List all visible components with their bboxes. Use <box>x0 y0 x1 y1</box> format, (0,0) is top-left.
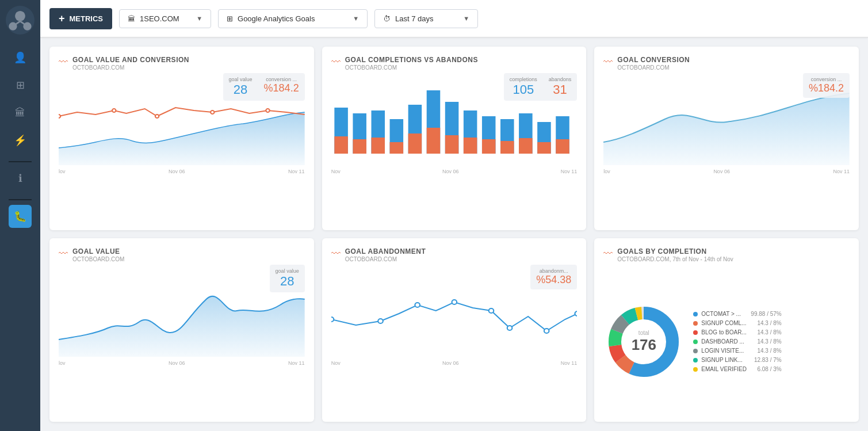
sidebar-item-bug[interactable]: 🐛 <box>9 205 32 228</box>
card-header: 〰 GOAL VALUE OCTOBOARD.COM <box>59 247 305 262</box>
stat-value-1: 28 <box>229 82 253 97</box>
legend-item-1: OCTOMAT > ... 99.88 / 57% <box>693 311 781 317</box>
svg-rect-21 <box>426 128 440 154</box>
legend-item-6: SIGNUP LINK... 12.83 / 7% <box>693 357 781 363</box>
sidebar-item-bolt[interactable]: ⚡ <box>9 129 32 152</box>
total-label: total <box>632 330 656 336</box>
sidebar: 👤 ⊞ 🏛 ⚡ ℹ 🐛 <box>0 0 40 431</box>
sidebar-item-bank[interactable]: 🏛 <box>9 101 32 124</box>
card-header: 〰 GOALS BY COMPLETION OCTOBOARD.COM, 7th… <box>603 247 850 262</box>
card-subtitle: OCTOBOARD.COM <box>345 256 426 262</box>
chart-icon: 〰 <box>59 57 68 67</box>
site-selector[interactable]: 🏛 1SEO.COM ▼ <box>119 9 211 28</box>
legend-item-5: LOGIN VISITE... 14.3 / 8% <box>693 348 781 354</box>
x-label-2: Nov 06 <box>713 169 730 174</box>
card-goal-abandonment: 〰 GOAL ABANDONMENT OCTOBOARD.COM abandon… <box>322 238 587 422</box>
card-body: abandonm... %54.38 Nov N <box>331 265 578 413</box>
chart-icon: 〰 <box>331 57 341 67</box>
x-label-2: Nov 06 <box>442 360 459 366</box>
stats-badge: goal value 28 conversion ... %184.2 <box>223 73 305 101</box>
chevron-down-icon-3: ▼ <box>463 15 469 22</box>
card-title: GOAL VALUE AND CONVERSION <box>72 56 189 64</box>
legend-item-7: EMAIL VERIFIED 6.08 / 3% <box>693 366 781 372</box>
card-subtitle: OCTOBOARD.COM, 7th of Nov - 14th of Nov <box>617 256 733 262</box>
stat-value-1: 105 <box>510 82 537 97</box>
total-value: 176 <box>632 336 656 354</box>
sidebar-divider-2 <box>9 199 32 200</box>
time-label: Last 7 days <box>395 14 434 23</box>
logo <box>6 6 35 35</box>
legend-val-5: 14.3 / 8% <box>757 348 781 354</box>
svg-point-0 <box>15 11 25 21</box>
card-header: 〰 GOAL VALUE AND CONVERSION OCTOBOARD.CO… <box>59 56 305 71</box>
time-selector[interactable]: ⏱ Last 7 days ▼ <box>374 9 478 28</box>
stat-label-2: conversion ... <box>264 77 299 82</box>
svg-rect-13 <box>353 139 366 154</box>
chart-icon: 〰 <box>603 249 613 259</box>
stat-label-1: goal value <box>276 268 299 274</box>
stat-value-2: %184.2 <box>264 82 299 94</box>
sidebar-item-info[interactable]: ℹ <box>9 167 32 190</box>
donut-section: total 176 OCTOMAT > ... 99.88 / 57% SIGN… <box>603 270 850 413</box>
legend-val-4: 14.3 / 8% <box>757 338 781 345</box>
svg-point-7 <box>155 115 159 118</box>
svg-rect-25 <box>464 138 477 154</box>
x-label-1: lov <box>59 360 66 366</box>
x-axis: Nov Nov 06 Nov 11 <box>331 359 578 367</box>
svg-point-39 <box>452 300 457 304</box>
x-label-3: Nov 11 <box>288 169 305 174</box>
x-axis: lov Nov 06 Nov 11 <box>59 167 305 176</box>
plus-icon: + <box>59 13 65 25</box>
report-selector[interactable]: ⊞ Google Analytics Goals ▼ <box>218 9 368 28</box>
x-axis: lov Nov 06 Nov 11 <box>59 359 305 367</box>
add-metrics-button[interactable]: + METRICS <box>49 8 112 29</box>
bank-icon: 🏛 <box>128 14 135 23</box>
topbar: + METRICS 🏛 1SEO.COM ▼ ⊞ Google Analytic… <box>40 0 868 37</box>
svg-rect-29 <box>500 141 514 154</box>
legend-val-3: 14.3 / 8% <box>757 329 781 335</box>
svg-point-40 <box>488 308 494 313</box>
svg-rect-31 <box>519 138 533 154</box>
svg-point-37 <box>378 319 383 323</box>
card-subtitle: OCTOBOARD.COM <box>72 64 189 71</box>
stats-badge: conversion ... %184.2 <box>803 73 850 98</box>
report-label: Google Analytics Goals <box>238 14 315 23</box>
legend-item-2: SIGNUP COML... 14.3 / 8% <box>693 320 781 326</box>
x-label-2: Nov 06 <box>169 169 185 174</box>
stat-label-1: completions <box>510 77 537 82</box>
grid-icon: ⊞ <box>227 14 233 23</box>
legend-name-6: SIGNUP LINK... <box>701 357 751 363</box>
chart-icon: 〰 <box>603 57 613 67</box>
sidebar-item-user[interactable]: 👤 <box>9 46 32 69</box>
stats-badge: abandonm... %54.38 <box>530 265 577 289</box>
card-body: goal value 28 lov Nov 06 <box>59 265 305 413</box>
legend-dot-7 <box>693 367 698 372</box>
card-subtitle: OCTOBOARD.COM <box>617 64 690 71</box>
card-body: conversion ... %184.2 lov Nov 06 <box>603 73 850 221</box>
donut-center: total 176 <box>632 330 656 354</box>
card-header: 〰 GOAL CONVERSION OCTOBOARD.COM <box>603 56 850 71</box>
x-label-1: Nov <box>331 169 341 174</box>
x-label-3: Nov 11 <box>288 360 305 366</box>
stat-label-1: abandonm... <box>536 268 571 274</box>
legend-dot-4 <box>693 340 698 344</box>
card-title: GOAL ABANDONMENT <box>345 247 426 255</box>
x-label-1: lov <box>59 169 66 174</box>
svg-rect-19 <box>408 134 422 154</box>
card-header: 〰 GOAL COMPLETIONS VS ABANDONS OCTOBOARD… <box>331 56 578 71</box>
legend-name-7: EMAIL VERIFIED <box>701 366 754 372</box>
svg-rect-27 <box>482 139 496 154</box>
sidebar-item-dashboard[interactable]: ⊞ <box>9 74 32 97</box>
donut-chart: total 176 <box>603 302 684 382</box>
stat-label-2: abandons <box>549 77 572 82</box>
legend: OCTOMAT > ... 99.88 / 57% SIGNUP COML...… <box>693 311 781 372</box>
svg-point-38 <box>415 303 420 307</box>
sidebar-divider <box>9 161 32 162</box>
svg-point-42 <box>544 329 549 333</box>
stat-value-1: %184.2 <box>809 82 844 94</box>
legend-item-3: BLOG to BOAR... 14.3 / 8% <box>693 329 781 335</box>
stat-value-2: 31 <box>549 82 572 97</box>
x-label-3: Nov 11 <box>561 360 578 366</box>
svg-rect-15 <box>371 138 385 154</box>
stats-badge: completions 105 abandons 31 <box>504 73 578 101</box>
